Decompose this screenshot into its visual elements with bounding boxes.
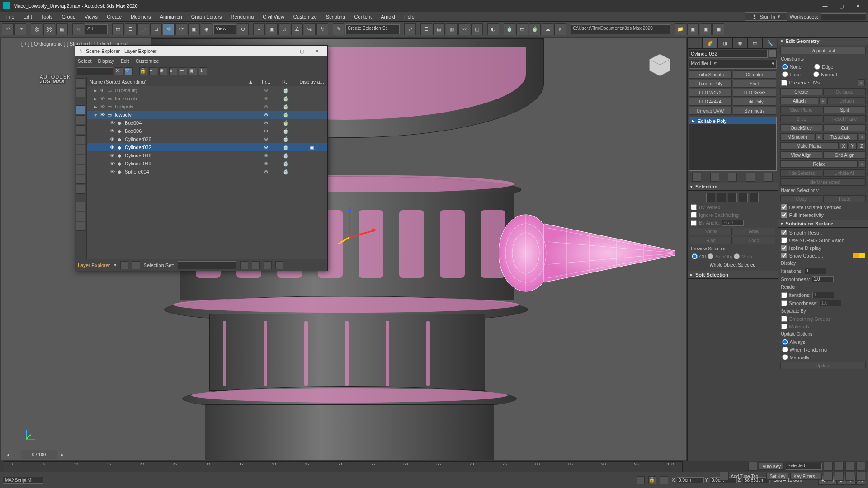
modifier-chamfer-button[interactable]: Chamfer [733, 70, 776, 79]
ex-status-btn-2[interactable] [132, 261, 140, 269]
show-cage-checkbox[interactable] [781, 253, 787, 258]
modifier-ffd-2x2x2-button[interactable]: FFD 2x2x2 [689, 89, 732, 97]
viewcube[interactable] [647, 52, 672, 77]
filter-groups-icon[interactable] [76, 165, 85, 174]
menu-civil-view[interactable]: Civil View [258, 13, 288, 20]
ex-status-btn-1[interactable] [120, 261, 128, 269]
constraint-normal-radio[interactable] [813, 71, 819, 77]
relax-settings-button[interactable]: ▫ [859, 160, 866, 168]
bind-button[interactable]: ▦ [56, 23, 68, 35]
modifier-turbosmooth-button[interactable]: TurboSmooth [689, 70, 732, 79]
hide-unselected-button[interactable]: Hide Unselected [780, 178, 866, 186]
time-slider[interactable]: ◂ 0 / 100 ▸ [4, 448, 683, 461]
slice-plane-button[interactable]: Slice Plane [780, 106, 823, 113]
update-when-rendering-radio[interactable] [782, 347, 788, 352]
curve-editor-button[interactable]: 〰 [458, 23, 470, 35]
nav-zoom-extents-button[interactable] [845, 462, 854, 471]
layer-row-highpoly[interactable]: ▸👁▭highpoly❄🍵 [87, 103, 327, 111]
sign-in-button[interactable]: Sign In ▾ [745, 12, 787, 21]
explorer-menu-select[interactable]: Select [78, 58, 92, 64]
menu-animation[interactable]: Animation [156, 13, 187, 20]
edit-geometry-rollout-header[interactable]: ▾Edit Geometry [778, 37, 868, 45]
modifier-list-dropdown[interactable]: Modifier List▾ [689, 60, 777, 69]
menu-help[interactable]: Help [400, 13, 419, 20]
render-cell[interactable]: 🍵 [276, 153, 296, 159]
planar-y-button[interactable]: Y [849, 142, 857, 150]
ex-btn-7[interactable]: ⬇ [199, 67, 207, 75]
frozen-cell[interactable]: ❄ [256, 120, 276, 126]
cage-color-2[interactable] [859, 253, 865, 258]
frozen-cell[interactable]: ❄ [256, 128, 276, 134]
filter-cameras-icon[interactable] [76, 135, 85, 144]
loop-button[interactable]: Loop [733, 237, 775, 244]
object-row-sphere004[interactable]: 👁◆Sphere004❄🍵 [87, 168, 327, 176]
object-row-cylinder049[interactable]: 👁◆Cylinder049❄🍵 [87, 160, 327, 168]
lock-toggle-button[interactable]: 🔒 [139, 67, 147, 75]
render-smoothness-checkbox[interactable] [781, 300, 787, 306]
filter-geometry-icon[interactable] [76, 105, 85, 114]
project-path[interactable]: C:\Users\Tim\Documents\3ds Max 2020 [571, 24, 670, 34]
msmooth-settings-button[interactable]: ▫ [815, 133, 822, 141]
render-cell[interactable]: 🍵 [276, 161, 296, 167]
menu-tools[interactable]: Tools [37, 13, 57, 20]
maxscript-listener[interactable]: MAXScript Mi [3, 477, 43, 484]
by-angle-value[interactable]: 45.0 [722, 220, 744, 226]
select-place-button[interactable]: ◉ [201, 23, 212, 35]
track-bar[interactable]: 0510152025303540455055606570758085909510… [4, 461, 683, 472]
frozen-cell[interactable]: ❄ [256, 161, 276, 167]
visibility-icon[interactable]: 👁 [108, 145, 116, 150]
open-autodesk-button[interactable]: a [554, 23, 566, 35]
render-cell[interactable]: 🍵 [276, 136, 296, 142]
edge-subobj-button[interactable] [717, 193, 726, 202]
selection-set-dropdown[interactable] [178, 261, 236, 269]
modify-tab[interactable]: 🌈 [703, 37, 717, 49]
nav-maximize-button[interactable] [856, 472, 865, 481]
unhide-all-button[interactable]: Unhide All [823, 169, 866, 177]
filter-all-icon[interactable] [76, 78, 85, 87]
mirror-button[interactable]: ⇄ [404, 23, 416, 35]
explorer-minimize-button[interactable]: — [280, 48, 294, 54]
render-cell[interactable]: 🍵 [276, 145, 296, 150]
paste-named-sel-button[interactable]: Paste [823, 195, 866, 202]
select-filter-button[interactable]: ≋ [72, 23, 84, 35]
render-cell[interactable]: 🍵 [276, 112, 296, 118]
object-name-input[interactable]: Cylinder032 [689, 50, 768, 58]
named-selection-dropdown[interactable]: Create Selection Se [345, 24, 400, 34]
nav-zoom-extents-all-button[interactable] [856, 462, 865, 471]
update-always-radio[interactable] [782, 339, 788, 345]
manipulate-button[interactable]: + [253, 23, 265, 35]
visibility-icon[interactable]: 👁 [108, 153, 116, 158]
ex-btn-6[interactable]: ◉ [189, 67, 197, 75]
constraint-none-radio[interactable] [782, 64, 788, 70]
modifier-stack[interactable]: ▸ Editable Poly [689, 117, 777, 171]
copy-named-sel-button[interactable]: Copy [780, 195, 823, 202]
explorer-search-input[interactable] [77, 67, 113, 75]
stack-item-editable-poly[interactable]: ▸ Editable Poly [689, 117, 776, 124]
by-angle-checkbox[interactable] [691, 220, 697, 226]
maximize-button[interactable]: ▢ [834, 1, 849, 11]
layer-row-for-zbrush[interactable]: ▸👁▭for zbrush❄🍵 [87, 94, 327, 103]
menu-modifiers[interactable]: Modifiers [126, 13, 156, 20]
menu-group[interactable]: Group [57, 13, 80, 20]
object-color-swatch[interactable] [769, 50, 777, 58]
x-coord[interactable]: 0.0cm [677, 477, 704, 483]
nurms-checkbox[interactable] [781, 237, 787, 243]
repeat-last-button[interactable]: Repeat Last [780, 47, 866, 54]
render-online-button[interactable]: ☁ [542, 23, 553, 35]
visibility-icon[interactable]: 👁 [108, 169, 116, 174]
render-cell[interactable]: 🍵 [276, 104, 296, 110]
quickslice-button[interactable]: QuickSlice [780, 124, 823, 131]
ex-status-btn-5[interactable] [264, 261, 272, 269]
nav-zoom-button[interactable] [824, 462, 833, 471]
frozen-cell[interactable]: ❄ [256, 88, 276, 94]
snap-3d-button[interactable]: 3 [278, 23, 290, 35]
visibility-icon[interactable]: 👁 [99, 88, 106, 93]
layer-row-lowpoly[interactable]: ▾👁▭lowpoly❄🍵 [87, 111, 327, 119]
visibility-icon[interactable]: 👁 [108, 161, 116, 166]
grow-button[interactable]: Grow [733, 228, 775, 235]
time-slider-right-arrow[interactable]: ▸ [59, 452, 67, 458]
ignore-backfacing-checkbox[interactable] [691, 212, 697, 218]
object-row-box004[interactable]: 👁◆Box004❄🍵 [87, 119, 327, 127]
menu-file[interactable]: File [2, 13, 19, 20]
absolute-relative-button[interactable] [660, 476, 668, 484]
